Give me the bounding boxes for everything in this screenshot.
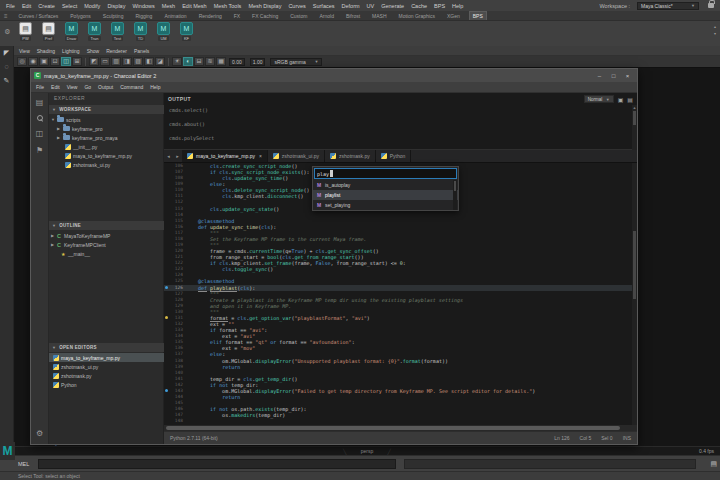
shelf-button-pw[interactable]: ▤PW <box>15 22 36 45</box>
autocomplete-item-playlist[interactable]: Mplaylist <box>313 190 458 200</box>
autocomplete-item-set-playing[interactable]: Mset_playing <box>313 200 458 210</box>
maya-menu-display[interactable]: Display <box>107 3 125 9</box>
outline-section-header[interactable]: ▼ OUTLINE <box>49 221 164 230</box>
minimize-button[interactable]: – <box>593 71 606 81</box>
panel-menu-lighting[interactable]: Lighting <box>62 48 80 54</box>
chevron-right-icon[interactable]: ▶ <box>51 233 55 238</box>
close-tab-icon[interactable]: × <box>259 153 262 159</box>
autocomplete-scrollbar[interactable] <box>453 180 457 210</box>
chevron-down-icon[interactable]: ▼ <box>51 117 55 122</box>
maya-menu-curves[interactable]: Curves <box>288 3 305 9</box>
shelf-button-td[interactable]: MTD <box>130 22 151 45</box>
film-gate-icon[interactable]: ▭ <box>100 57 110 66</box>
workspace-item-init-py[interactable]: __init__.py <box>49 142 164 151</box>
maya-menu-cache[interactable]: Cache <box>411 3 427 9</box>
shelf-tab-rendering[interactable]: Rendering <box>196 12 225 20</box>
maya-menu-mesh-display[interactable]: Mesh Display <box>248 3 281 9</box>
bookmark-icon[interactable]: ⊡ <box>50 57 60 66</box>
shelf-tab-arnold[interactable]: Arnold <box>316 12 336 20</box>
colorspace-dropdown[interactable]: sRGB gamma▼ <box>270 58 322 66</box>
autocomplete-filter-input[interactable]: play <box>314 168 457 179</box>
charcoal-menu-output[interactable]: Output <box>98 84 113 90</box>
outline-item-keyframempclient[interactable]: ▶CKeyframeMPClient <box>49 240 164 249</box>
safe-action-icon[interactable]: ◧ <box>144 57 154 66</box>
marker-dot[interactable] <box>165 286 168 289</box>
maya-menu-edit[interactable]: Edit <box>22 3 31 9</box>
outline-icon[interactable]: ◫ <box>36 129 44 138</box>
maximize-button[interactable]: □ <box>607 71 620 81</box>
gamma-value[interactable]: 1.00 <box>250 58 266 66</box>
workspace-item-keyframe-pro[interactable]: ▶keyframe_pro <box>49 124 164 133</box>
search-icon[interactable] <box>37 115 43 121</box>
lighting-icon[interactable]: ◐ <box>183 57 193 66</box>
scrollbar-thumb[interactable] <box>166 426 620 430</box>
workspace-item-zshotmask-ui-py[interactable]: zshotmask_ui.py <box>49 160 164 169</box>
safe-title-icon[interactable]: ◪ <box>155 57 165 66</box>
panel-menu-renderer[interactable]: Renderer <box>106 48 127 54</box>
shelf-tab-polygons[interactable]: Polygons <box>67 12 94 20</box>
shelf-button-draw[interactable]: MDraw <box>61 22 82 45</box>
editor-horizontal-scrollbar[interactable] <box>164 425 637 431</box>
autocomplete-item-is-autoplay[interactable]: Mis_autoplay <box>313 180 458 190</box>
gate-mask-icon[interactable]: ◨ <box>122 57 132 66</box>
shelf-button-test[interactable]: MTest <box>107 22 128 45</box>
shelf-tab-animation[interactable]: Animation <box>161 12 189 20</box>
code-line[interactable] <box>186 418 637 424</box>
open-editor-item-python[interactable]: Python <box>49 380 164 389</box>
marker-dot[interactable] <box>165 389 168 392</box>
open-editor-item-zshotmask-ui-py[interactable]: zshotmask_ui.py <box>49 362 164 371</box>
open-editor-item-zshotmask-py[interactable]: zshotmask.py <box>49 371 164 380</box>
tab-maya-to-keyframe-mp-py[interactable]: maya_to_keyframe_mp.py× <box>182 150 268 162</box>
shadows-icon[interactable]: ⊟ <box>194 57 204 66</box>
maya-menu-surfaces[interactable]: Surfaces <box>313 3 335 9</box>
save-output-icon[interactable]: ▣ <box>618 96 624 103</box>
shelf-scroll-down-icon[interactable]: ▾ <box>714 31 716 36</box>
maya-menu-bps[interactable]: BPS <box>434 3 445 9</box>
maya-menu-generate[interactable]: Generate <box>381 3 404 9</box>
maya-menu-deform[interactable]: Deform <box>342 3 360 9</box>
mel-command-input[interactable] <box>38 459 396 469</box>
image-plane-icon[interactable]: ◫ <box>61 57 71 66</box>
scrollbar-thumb[interactable] <box>633 111 636 125</box>
workspace-item-scripts[interactable]: ▼scripts <box>49 115 164 124</box>
output-scrollbar[interactable]: ▲ <box>632 105 637 150</box>
mel-label[interactable]: MEL <box>18 461 34 467</box>
shelf-tab-custom[interactable]: Custom <box>287 12 310 20</box>
select-tool-icon[interactable]: ◤ <box>4 49 9 57</box>
charcoal-menu-command[interactable]: Command <box>120 84 143 90</box>
camera-lock-icon[interactable]: ◉ <box>28 57 38 66</box>
oversampling-icon[interactable]: ◩ <box>89 57 99 66</box>
shelf-tab-curves-surfaces[interactable]: Curves / Surfaces <box>16 12 62 20</box>
exposure-value[interactable]: 0.00 <box>229 58 245 66</box>
shelf-tab-sculpting[interactable]: Sculpting <box>100 12 127 20</box>
shelf-tab-fx-caching[interactable]: FX Caching <box>249 12 281 20</box>
shelf-tab-bifrost[interactable]: Bifrost <box>343 12 363 20</box>
panel-menu-shading[interactable]: Shading <box>37 48 55 54</box>
shelf-button-tran[interactable]: MTran <box>84 22 105 45</box>
workspace-item-keyframe-pro-maya[interactable]: ▶keyframe_pro_maya <box>49 133 164 142</box>
chevron-right-icon[interactable]: ▶ <box>51 242 55 247</box>
charcoal-menu-help[interactable]: Help <box>150 84 160 90</box>
panel-menu-panels[interactable]: Panels <box>134 48 149 54</box>
maya-menu-edit-mesh[interactable]: Edit Mesh <box>182 3 206 9</box>
bookmarks-icon[interactable]: ⚑ <box>36 146 43 155</box>
workspace-section-header[interactable]: ▼ WORKSPACE <box>49 105 164 114</box>
maya-menu-select[interactable]: Select <box>62 3 77 9</box>
panel-menu-view[interactable]: View <box>19 48 30 54</box>
scroll-up-icon[interactable]: ▲ <box>632 105 637 110</box>
maya-menu-mesh[interactable]: Mesh <box>162 3 175 9</box>
shelf-scroll-up-icon[interactable]: ▴ <box>714 24 716 29</box>
two-d-pan-zoom-icon[interactable]: ⊞ <box>72 57 82 66</box>
charcoal-menu-edit[interactable]: Edit <box>51 84 60 90</box>
shelf-scroll-arrows[interactable]: ▴▾ <box>714 22 718 36</box>
camera-attributes-icon[interactable]: ▣ <box>39 57 49 66</box>
tab-python[interactable]: Python <box>376 150 412 162</box>
charcoal-menu-file[interactable]: File <box>36 84 44 90</box>
camera-select-icon[interactable]: ◎ <box>17 57 27 66</box>
shelf-tab-xgen[interactable]: XGen <box>444 12 463 20</box>
shelf-tab-bps[interactable]: BPS <box>469 11 487 20</box>
explorer-icon[interactable]: ▤ <box>36 98 44 107</box>
shelf-editor-gear-icon[interactable]: ⚙ <box>2 22 13 42</box>
workspace-dropdown[interactable]: Maya Classic* ▼ <box>637 2 699 10</box>
highlight-selection-icon[interactable]: ☀ <box>172 57 182 66</box>
